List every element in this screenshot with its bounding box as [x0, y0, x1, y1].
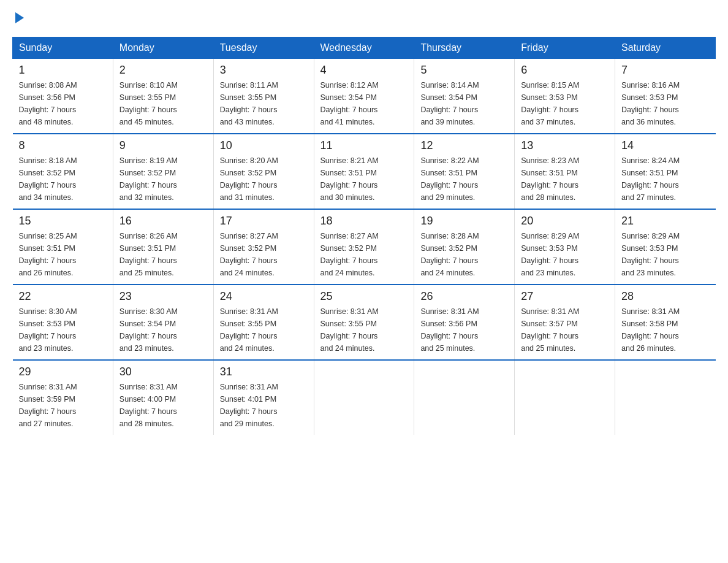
day-number: 21 [621, 215, 709, 228]
calendar-table: SundayMondayTuesdayWednesdayThursdayFrid… [12, 37, 716, 435]
calendar-cell: 13Sunrise: 8:23 AM Sunset: 3:51 PM Dayli… [515, 134, 615, 209]
day-info: Sunrise: 8:31 AM Sunset: 3:59 PM Dayligh… [19, 381, 107, 430]
day-info: Sunrise: 8:31 AM Sunset: 3:58 PM Dayligh… [621, 305, 709, 354]
calendar-cell: 9Sunrise: 8:19 AM Sunset: 3:52 PM Daylig… [113, 134, 213, 209]
calendar-cell: 30Sunrise: 8:31 AM Sunset: 4:00 PM Dayli… [113, 360, 213, 435]
day-number: 10 [220, 139, 308, 152]
calendar-cell: 18Sunrise: 8:27 AM Sunset: 3:52 PM Dayli… [314, 209, 414, 285]
day-number: 16 [119, 215, 207, 228]
day-number: 15 [19, 215, 107, 228]
day-number: 8 [19, 139, 107, 152]
day-info: Sunrise: 8:31 AM Sunset: 4:01 PM Dayligh… [220, 381, 308, 430]
day-info: Sunrise: 8:29 AM Sunset: 3:53 PM Dayligh… [621, 230, 709, 279]
day-info: Sunrise: 8:25 AM Sunset: 3:51 PM Dayligh… [19, 230, 107, 279]
day-number: 14 [621, 139, 709, 152]
day-number: 20 [521, 215, 609, 228]
day-number: 30 [119, 366, 207, 378]
calendar-cell [314, 360, 414, 435]
day-number: 9 [119, 139, 207, 152]
day-number: 26 [420, 290, 508, 303]
day-number: 28 [621, 290, 709, 303]
header-sunday: Sunday [13, 37, 113, 59]
day-info: Sunrise: 8:08 AM Sunset: 3:56 PM Dayligh… [19, 79, 107, 128]
day-info: Sunrise: 8:27 AM Sunset: 3:52 PM Dayligh… [220, 230, 308, 279]
day-number: 2 [119, 64, 207, 77]
week-row-1: 1Sunrise: 8:08 AM Sunset: 3:56 PM Daylig… [13, 59, 716, 134]
header-wednesday: Wednesday [314, 37, 414, 59]
page-header [12, 12, 716, 25]
week-row-5: 29Sunrise: 8:31 AM Sunset: 3:59 PM Dayli… [13, 360, 716, 435]
day-info: Sunrise: 8:30 AM Sunset: 3:54 PM Dayligh… [119, 305, 207, 354]
day-info: Sunrise: 8:31 AM Sunset: 3:57 PM Dayligh… [521, 305, 609, 354]
day-number: 18 [320, 215, 408, 228]
day-number: 22 [19, 290, 107, 303]
calendar-cell: 26Sunrise: 8:31 AM Sunset: 3:56 PM Dayli… [414, 285, 515, 360]
day-info: Sunrise: 8:29 AM Sunset: 3:53 PM Dayligh… [521, 230, 609, 279]
day-info: Sunrise: 8:30 AM Sunset: 3:53 PM Dayligh… [19, 305, 107, 354]
calendar-cell: 16Sunrise: 8:26 AM Sunset: 3:51 PM Dayli… [113, 209, 213, 285]
calendar-cell: 5Sunrise: 8:14 AM Sunset: 3:54 PM Daylig… [414, 59, 515, 134]
day-number: 19 [420, 215, 508, 228]
header-monday: Monday [113, 37, 213, 59]
day-info: Sunrise: 8:27 AM Sunset: 3:52 PM Dayligh… [320, 230, 408, 279]
day-number: 24 [220, 290, 308, 303]
day-info: Sunrise: 8:31 AM Sunset: 3:55 PM Dayligh… [220, 305, 308, 354]
day-info: Sunrise: 8:10 AM Sunset: 3:55 PM Dayligh… [119, 79, 207, 128]
day-info: Sunrise: 8:16 AM Sunset: 3:53 PM Dayligh… [621, 79, 709, 128]
day-number: 25 [320, 290, 408, 303]
day-info: Sunrise: 8:22 AM Sunset: 3:51 PM Dayligh… [420, 155, 508, 204]
day-info: Sunrise: 8:14 AM Sunset: 3:54 PM Dayligh… [420, 79, 508, 128]
calendar-cell: 29Sunrise: 8:31 AM Sunset: 3:59 PM Dayli… [13, 360, 113, 435]
calendar-cell: 4Sunrise: 8:12 AM Sunset: 3:54 PM Daylig… [314, 59, 414, 134]
calendar-cell [414, 360, 515, 435]
calendar-cell: 21Sunrise: 8:29 AM Sunset: 3:53 PM Dayli… [615, 209, 716, 285]
header-tuesday: Tuesday [213, 37, 314, 59]
header-saturday: Saturday [615, 37, 716, 59]
calendar-cell: 6Sunrise: 8:15 AM Sunset: 3:53 PM Daylig… [515, 59, 615, 134]
logo [12, 12, 24, 25]
calendar-cell: 17Sunrise: 8:27 AM Sunset: 3:52 PM Dayli… [213, 209, 314, 285]
calendar-cell: 22Sunrise: 8:30 AM Sunset: 3:53 PM Dayli… [13, 285, 113, 360]
calendar-cell: 2Sunrise: 8:10 AM Sunset: 3:55 PM Daylig… [113, 59, 213, 134]
day-number: 5 [420, 64, 508, 77]
calendar-cell: 19Sunrise: 8:28 AM Sunset: 3:52 PM Dayli… [414, 209, 515, 285]
calendar-cell: 20Sunrise: 8:29 AM Sunset: 3:53 PM Dayli… [515, 209, 615, 285]
day-number: 11 [320, 139, 408, 152]
day-info: Sunrise: 8:28 AM Sunset: 3:52 PM Dayligh… [420, 230, 508, 279]
day-info: Sunrise: 8:21 AM Sunset: 3:51 PM Dayligh… [320, 155, 408, 204]
day-info: Sunrise: 8:15 AM Sunset: 3:53 PM Dayligh… [521, 79, 609, 128]
calendar-cell: 3Sunrise: 8:11 AM Sunset: 3:55 PM Daylig… [213, 59, 314, 134]
week-row-3: 15Sunrise: 8:25 AM Sunset: 3:51 PM Dayli… [13, 209, 716, 285]
calendar-cell: 1Sunrise: 8:08 AM Sunset: 3:56 PM Daylig… [13, 59, 113, 134]
calendar-cell: 14Sunrise: 8:24 AM Sunset: 3:51 PM Dayli… [615, 134, 716, 209]
header-thursday: Thursday [414, 37, 515, 59]
day-info: Sunrise: 8:23 AM Sunset: 3:51 PM Dayligh… [521, 155, 609, 204]
calendar-cell: 7Sunrise: 8:16 AM Sunset: 3:53 PM Daylig… [615, 59, 716, 134]
day-info: Sunrise: 8:31 AM Sunset: 3:56 PM Dayligh… [420, 305, 508, 354]
day-info: Sunrise: 8:11 AM Sunset: 3:55 PM Dayligh… [220, 79, 308, 128]
calendar-cell: 15Sunrise: 8:25 AM Sunset: 3:51 PM Dayli… [13, 209, 113, 285]
day-number: 31 [220, 366, 308, 378]
day-info: Sunrise: 8:20 AM Sunset: 3:52 PM Dayligh… [220, 155, 308, 204]
day-number: 12 [420, 139, 508, 152]
day-info: Sunrise: 8:19 AM Sunset: 3:52 PM Dayligh… [119, 155, 207, 204]
week-row-2: 8Sunrise: 8:18 AM Sunset: 3:52 PM Daylig… [13, 134, 716, 209]
calendar-cell: 27Sunrise: 8:31 AM Sunset: 3:57 PM Dayli… [515, 285, 615, 360]
day-info: Sunrise: 8:12 AM Sunset: 3:54 PM Dayligh… [320, 79, 408, 128]
calendar-header-row: SundayMondayTuesdayWednesdayThursdayFrid… [13, 37, 716, 59]
header-friday: Friday [515, 37, 615, 59]
logo-blue [12, 12, 24, 25]
day-info: Sunrise: 8:26 AM Sunset: 3:51 PM Dayligh… [119, 230, 207, 279]
calendar-cell [515, 360, 615, 435]
day-number: 23 [119, 290, 207, 303]
day-number: 3 [220, 64, 308, 77]
calendar-cell: 23Sunrise: 8:30 AM Sunset: 3:54 PM Dayli… [113, 285, 213, 360]
calendar-cell: 28Sunrise: 8:31 AM Sunset: 3:58 PM Dayli… [615, 285, 716, 360]
day-number: 29 [19, 366, 107, 378]
day-number: 1 [19, 64, 107, 77]
day-info: Sunrise: 8:24 AM Sunset: 3:51 PM Dayligh… [621, 155, 709, 204]
calendar-cell [615, 360, 716, 435]
calendar-cell: 10Sunrise: 8:20 AM Sunset: 3:52 PM Dayli… [213, 134, 314, 209]
calendar-cell: 11Sunrise: 8:21 AM Sunset: 3:51 PM Dayli… [314, 134, 414, 209]
calendar-cell: 25Sunrise: 8:31 AM Sunset: 3:55 PM Dayli… [314, 285, 414, 360]
